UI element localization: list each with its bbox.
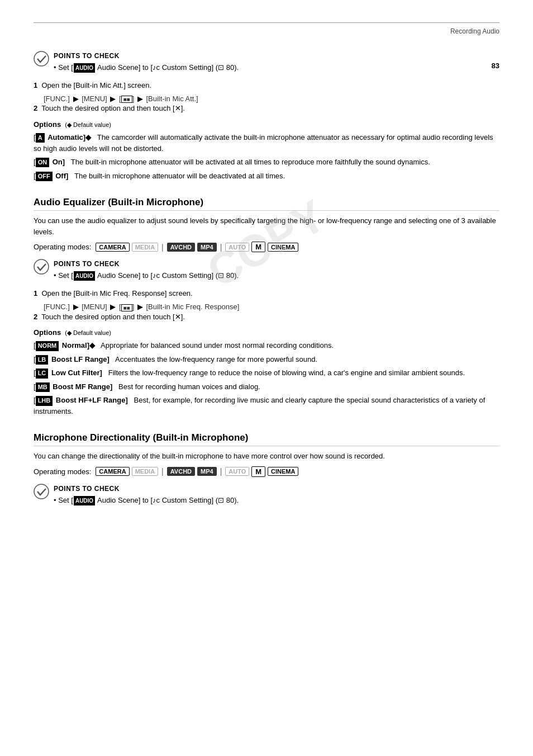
intro-section: POINTS TO CHECK • Set [AUDIO Audio Scene… [34, 52, 499, 181]
mode-auto-dir: AUTO [225, 467, 249, 476]
svg-point-2 [34, 484, 49, 499]
options-header-intro: Options (◆ Default value) [34, 120, 499, 129]
badge-auto: A [36, 133, 45, 143]
points-check-content-intro: POINTS TO CHECK • Set [AUDIO Audio Scene… [54, 52, 499, 73]
directionality-title: Microphone Directionality (Built-in Micr… [34, 432, 499, 446]
mode-auto-eq: AUTO [225, 243, 249, 252]
step-1-eq-text: Open the [Built-in Mic Freq. Response] s… [41, 289, 192, 297]
step-1-eq-indent: [FUNC.] ▶ [MENU] ▶ [■■] ▶ [Built-in Mic … [44, 303, 499, 311]
music-icon-intro: ♪c [153, 63, 160, 72]
mode-mp4-eq: MP4 [197, 243, 217, 252]
svg-point-1 [34, 259, 49, 274]
points-check-box-eq: POINTS TO CHECK • Set [AUDIO Audio Scene… [34, 260, 499, 281]
mode-camera-eq: CAMERA [96, 243, 129, 252]
check-icon-dir [34, 484, 49, 499]
page-number: 83 [492, 62, 499, 70]
directionality-section: Microphone Directionality (Built-in Micr… [34, 432, 499, 505]
points-check-title-dir: POINTS TO CHECK [54, 485, 499, 493]
points-check-item-intro: • Set [AUDIO Audio Scene] to [♪c Custom … [54, 62, 499, 73]
points-check-content-eq: POINTS TO CHECK • Set [AUDIO Audio Scene… [54, 260, 499, 281]
badge-norm: NORM [36, 341, 59, 351]
badge-mb: MB [36, 382, 50, 392]
options-default-eq: (◆ Default value) [65, 329, 111, 336]
points-check-content-dir: POINTS TO CHECK • Set [AUDIO Audio Scene… [54, 485, 499, 506]
option-normal: [NORM Normal]◆ Appropriate for balanced … [34, 340, 499, 351]
header-title: Recording Audio [450, 27, 499, 35]
operating-modes-label-dir: Operating modes: [34, 467, 91, 476]
check-icon-intro [34, 51, 49, 67]
step-1-eq: 1 Open the [Built-in Mic Freq. Response]… [34, 288, 499, 300]
mode-m-eq: M [251, 242, 265, 252]
sep2-dir: | [220, 467, 222, 476]
mode-media-dir: MEDIA [132, 467, 158, 476]
badge-lhb: LHB [36, 396, 53, 405]
sep1-eq: | [161, 243, 164, 252]
mode-media-eq: MEDIA [132, 243, 158, 252]
svg-point-0 [34, 51, 49, 66]
mode-avchd-eq: AVCHD [167, 243, 195, 252]
mode-cinema-dir: CINEMA [268, 467, 298, 476]
audio-badge-intro: AUDIO [74, 63, 95, 73]
sep1-dir: | [161, 467, 164, 476]
equalizer-section: Audio Equalizer (Built-in Microphone) Yo… [34, 197, 499, 417]
step-1-intro-text: Open the [Built-in Mic Att.] screen. [41, 81, 151, 89]
points-check-item-dir: • Set [AUDIO Audio Scene] to [♪c Custom … [54, 495, 499, 506]
step-2-intro: 2 Touch the desired option and then touc… [34, 103, 499, 115]
music-icon-dir: ♪c [153, 496, 160, 504]
badge-lc: LC [36, 368, 49, 378]
equalizer-operating-modes: Operating modes: CAMERA MEDIA | AVCHD MP… [34, 242, 499, 252]
points-check-box-intro: POINTS TO CHECK • Set [AUDIO Audio Scene… [34, 52, 499, 73]
menu-icon-1: ■■ [121, 96, 132, 103]
option-off: [OFF Off] The built-in microphone attenu… [34, 171, 499, 182]
badge-off: OFF [36, 172, 53, 181]
options-default-intro: (◆ Default value) [65, 121, 111, 128]
music-icon-eq: ♪c [153, 271, 160, 280]
check-icon-eq [34, 259, 49, 275]
mode-camera-dir: CAMERA [96, 467, 129, 476]
option-low-cut: [LC Low Cut Filter] Filters the low-freq… [34, 367, 499, 379]
points-check-item-eq: • Set [AUDIO Audio Scene] to [♪c Custom … [54, 270, 499, 281]
directionality-desc: You can change the directionality of the… [34, 451, 499, 462]
directionality-operating-modes: Operating modes: CAMERA MEDIA | AVCHD MP… [34, 466, 499, 477]
points-check-title-intro: POINTS TO CHECK [54, 52, 499, 60]
equalizer-desc: You can use the audio equalizer to adjus… [34, 215, 499, 237]
points-check-title-eq: POINTS TO CHECK [54, 260, 499, 268]
operating-modes-label-eq: Operating modes: [34, 243, 91, 251]
option-on: [ON On] The built-in microphone attenuat… [34, 157, 499, 168]
mode-cinema-eq: CINEMA [268, 243, 298, 252]
option-boost-lf: [LB Boost LF Range] Accentuates the low-… [34, 354, 499, 365]
audio-badge-dir: AUDIO [74, 496, 95, 505]
step-1-intro-indent: [FUNC.] ▶ [MENU] ▶ [■■] ▶ [Built-in Mic … [44, 94, 499, 103]
audio-badge-eq: AUDIO [74, 271, 95, 281]
badge-on: ON [36, 158, 50, 167]
option-automatic: [A Automatic]◆ The camcorder will automa… [34, 132, 499, 154]
option-boost-hflf: [LHB Boost HF+LF Range] Best, for exampl… [34, 395, 499, 417]
step-1-intro: 1 Open the [Built-in Mic Att.] screen. [34, 80, 499, 92]
page: Recording Audio 83 COPY POINTS TO CHECK … [0, 0, 533, 544]
page-header: Recording Audio [34, 27, 499, 35]
sep2-eq: | [220, 243, 222, 252]
mode-avchd-dir: AVCHD [167, 467, 195, 476]
option-boost-mf: [MB Boost MF Range] Best for recording h… [34, 381, 499, 393]
mode-mp4-dir: MP4 [197, 467, 217, 476]
step-2-eq: 2 Touch the desired option and then touc… [34, 311, 499, 323]
top-rule [34, 22, 499, 23]
mode-m-dir: M [251, 466, 265, 477]
badge-lb: LB [36, 355, 49, 365]
menu-icon-2: ■■ [121, 304, 132, 311]
points-check-box-dir: POINTS TO CHECK • Set [AUDIO Audio Scene… [34, 485, 499, 506]
equalizer-title: Audio Equalizer (Built-in Microphone) [34, 197, 499, 211]
options-header-eq: Options (◆ Default value) [34, 328, 499, 337]
